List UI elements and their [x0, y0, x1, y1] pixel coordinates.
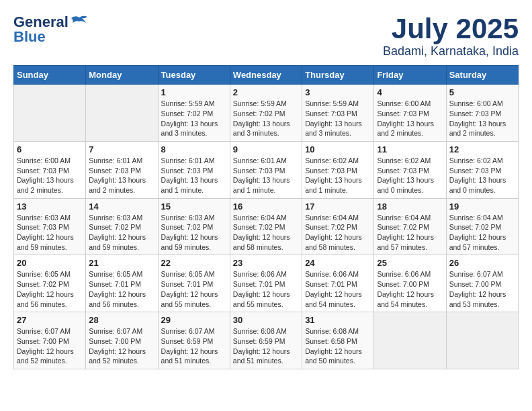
calendar-cell: 25Sunrise: 6:06 AMSunset: 7:00 PMDayligh…: [374, 255, 446, 312]
day-number: 16: [233, 201, 299, 212]
day-info: Sunrise: 6:02 AMSunset: 7:03 PMDaylight:…: [305, 156, 371, 195]
day-info: Sunrise: 6:08 AMSunset: 6:59 PMDaylight:…: [233, 326, 299, 366]
calendar-cell: 19Sunrise: 6:04 AMSunset: 7:02 PMDayligh…: [446, 198, 518, 255]
day-info: Sunrise: 6:01 AMSunset: 7:03 PMDaylight:…: [89, 156, 154, 195]
day-number: 26: [449, 258, 515, 268]
calendar-cell: 8Sunrise: 6:01 AMSunset: 7:03 PMDaylight…: [158, 141, 230, 198]
page-subtitle: Badami, Karnataka, India: [383, 44, 519, 58]
day-info: Sunrise: 6:07 AMSunset: 7:00 PMDaylight:…: [17, 326, 83, 366]
day-number: 14: [89, 201, 154, 212]
calendar-cell: 20Sunrise: 6:05 AMSunset: 7:02 PMDayligh…: [14, 255, 86, 312]
day-number: 25: [377, 258, 443, 268]
calendar-week-row: 6Sunrise: 6:00 AMSunset: 7:03 PMDaylight…: [14, 141, 519, 198]
day-number: 17: [305, 201, 371, 212]
day-info: Sunrise: 6:07 AMSunset: 7:00 PMDaylight:…: [449, 269, 515, 309]
day-number: 3: [305, 87, 371, 97]
day-number: 20: [17, 258, 83, 268]
day-number: 13: [17, 201, 83, 212]
calendar-cell: 6Sunrise: 6:00 AMSunset: 7:03 PMDaylight…: [14, 141, 86, 198]
day-info: Sunrise: 6:03 AMSunset: 7:03 PMDaylight:…: [17, 213, 83, 253]
day-info: Sunrise: 6:03 AMSunset: 7:02 PMDaylight:…: [89, 213, 154, 253]
calendar-week-row: 27Sunrise: 6:07 AMSunset: 7:00 PMDayligh…: [14, 312, 519, 369]
day-info: Sunrise: 6:04 AMSunset: 7:02 PMDaylight:…: [377, 213, 443, 253]
logo-bird-icon: [70, 15, 89, 30]
day-number: 21: [89, 258, 154, 268]
calendar-cell: 13Sunrise: 6:03 AMSunset: 7:03 PMDayligh…: [14, 198, 86, 255]
day-info: Sunrise: 5:59 AMSunset: 7:03 PMDaylight:…: [305, 99, 371, 138]
day-number: 18: [377, 201, 443, 212]
calendar-cell: 23Sunrise: 6:06 AMSunset: 7:01 PMDayligh…: [230, 255, 302, 312]
calendar-cell: [374, 312, 446, 369]
calendar-cell: 17Sunrise: 6:04 AMSunset: 7:02 PMDayligh…: [302, 198, 374, 255]
page-title: July 2025: [383, 13, 519, 44]
calendar-cell: 22Sunrise: 6:05 AMSunset: 7:01 PMDayligh…: [158, 255, 230, 312]
day-info: Sunrise: 6:00 AMSunset: 7:03 PMDaylight:…: [17, 156, 83, 195]
calendar-cell: 2Sunrise: 5:59 AMSunset: 7:02 PMDaylight…: [230, 85, 302, 142]
calendar-cell: 7Sunrise: 6:01 AMSunset: 7:03 PMDaylight…: [86, 141, 158, 198]
calendar-cell: 28Sunrise: 6:07 AMSunset: 7:00 PMDayligh…: [86, 312, 158, 369]
day-number: 19: [449, 201, 515, 212]
day-info: Sunrise: 6:01 AMSunset: 7:03 PMDaylight:…: [161, 156, 227, 195]
day-number: 2: [233, 87, 299, 97]
day-info: Sunrise: 6:05 AMSunset: 7:02 PMDaylight:…: [17, 269, 83, 309]
day-number: 8: [161, 144, 227, 154]
day-number: 11: [377, 144, 443, 154]
calendar-cell: 21Sunrise: 6:05 AMSunset: 7:01 PMDayligh…: [86, 255, 158, 312]
calendar-cell: [14, 85, 86, 142]
day-number: 31: [305, 315, 371, 325]
logo-blue-text: Blue: [13, 28, 46, 46]
calendar-header-row: Sunday Monday Tuesday Wednesday Thursday…: [14, 66, 519, 85]
calendar-cell: 1Sunrise: 5:59 AMSunset: 7:02 PMDaylight…: [158, 85, 230, 142]
day-number: 29: [161, 315, 227, 325]
header-monday: Monday: [86, 66, 158, 85]
page-header: General Blue July 2025 Badami, Karnataka…: [13, 13, 519, 58]
day-info: Sunrise: 6:05 AMSunset: 7:01 PMDaylight:…: [89, 269, 154, 309]
calendar-cell: 5Sunrise: 6:00 AMSunset: 7:03 PMDaylight…: [446, 85, 518, 142]
day-info: Sunrise: 5:59 AMSunset: 7:02 PMDaylight:…: [233, 99, 299, 138]
calendar-cell: 9Sunrise: 6:01 AMSunset: 7:03 PMDaylight…: [230, 141, 302, 198]
day-info: Sunrise: 6:03 AMSunset: 7:02 PMDaylight:…: [161, 213, 227, 253]
day-number: 27: [17, 315, 83, 325]
calendar-cell: 16Sunrise: 6:04 AMSunset: 7:02 PMDayligh…: [230, 198, 302, 255]
day-number: 6: [17, 144, 83, 154]
day-info: Sunrise: 6:07 AMSunset: 7:00 PMDaylight:…: [89, 326, 154, 366]
calendar-cell: 30Sunrise: 6:08 AMSunset: 6:59 PMDayligh…: [230, 312, 302, 369]
calendar-cell: 27Sunrise: 6:07 AMSunset: 7:00 PMDayligh…: [14, 312, 86, 369]
day-info: Sunrise: 5:59 AMSunset: 7:02 PMDaylight:…: [161, 99, 227, 138]
day-info: Sunrise: 6:04 AMSunset: 7:02 PMDaylight:…: [305, 213, 371, 253]
calendar-cell: 14Sunrise: 6:03 AMSunset: 7:02 PMDayligh…: [86, 198, 158, 255]
calendar-table: Sunday Monday Tuesday Wednesday Thursday…: [13, 65, 519, 369]
day-info: Sunrise: 6:02 AMSunset: 7:03 PMDaylight:…: [449, 156, 515, 195]
day-info: Sunrise: 6:04 AMSunset: 7:02 PMDaylight:…: [233, 213, 299, 253]
header-friday: Friday: [374, 66, 446, 85]
calendar-cell: [86, 85, 158, 142]
header-sunday: Sunday: [14, 66, 86, 85]
calendar-cell: 3Sunrise: 5:59 AMSunset: 7:03 PMDaylight…: [302, 85, 374, 142]
calendar-week-row: 13Sunrise: 6:03 AMSunset: 7:03 PMDayligh…: [14, 198, 519, 255]
calendar-cell: 11Sunrise: 6:02 AMSunset: 7:03 PMDayligh…: [374, 141, 446, 198]
day-number: 12: [449, 144, 515, 154]
logo: General Blue: [13, 13, 89, 46]
calendar-cell: 10Sunrise: 6:02 AMSunset: 7:03 PMDayligh…: [302, 141, 374, 198]
calendar-cell: 4Sunrise: 6:00 AMSunset: 7:03 PMDaylight…: [374, 85, 446, 142]
day-number: 28: [89, 315, 154, 325]
header-tuesday: Tuesday: [158, 66, 230, 85]
day-info: Sunrise: 6:05 AMSunset: 7:01 PMDaylight:…: [161, 269, 227, 309]
title-block: July 2025 Badami, Karnataka, India: [383, 13, 519, 58]
day-number: 15: [161, 201, 227, 212]
header-wednesday: Wednesday: [230, 66, 302, 85]
calendar-cell: 12Sunrise: 6:02 AMSunset: 7:03 PMDayligh…: [446, 141, 518, 198]
day-info: Sunrise: 6:02 AMSunset: 7:03 PMDaylight:…: [377, 156, 443, 195]
day-info: Sunrise: 6:06 AMSunset: 7:01 PMDaylight:…: [305, 269, 371, 309]
day-info: Sunrise: 6:07 AMSunset: 6:59 PMDaylight:…: [161, 326, 227, 366]
day-info: Sunrise: 6:08 AMSunset: 6:58 PMDaylight:…: [305, 326, 371, 366]
day-number: 1: [161, 87, 227, 97]
day-number: 10: [305, 144, 371, 154]
day-info: Sunrise: 6:06 AMSunset: 7:00 PMDaylight:…: [377, 269, 443, 309]
day-number: 7: [89, 144, 154, 154]
day-info: Sunrise: 6:00 AMSunset: 7:03 PMDaylight:…: [449, 99, 515, 138]
day-info: Sunrise: 6:01 AMSunset: 7:03 PMDaylight:…: [233, 156, 299, 195]
calendar-cell: 29Sunrise: 6:07 AMSunset: 6:59 PMDayligh…: [158, 312, 230, 369]
day-info: Sunrise: 6:04 AMSunset: 7:02 PMDaylight:…: [449, 213, 515, 253]
calendar-cell: 31Sunrise: 6:08 AMSunset: 6:58 PMDayligh…: [302, 312, 374, 369]
